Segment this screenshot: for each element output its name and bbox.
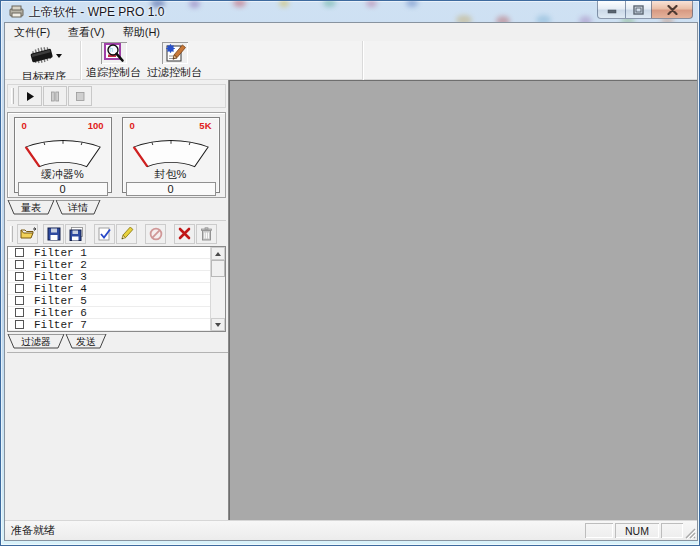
main-body: 0 100 缓冲器% [5,80,697,520]
main-toolbar: 目标程序 h 追踪控制台 [5,41,697,80]
svg-text:发送: 发送 [76,336,96,347]
toolbar-separator [80,41,81,80]
status-message: 准备就绪 [11,523,585,538]
filter-row[interactable]: Filter 3 [8,271,210,283]
filter-row-label: Filter 5 [34,295,87,307]
maximize-button[interactable] [625,1,652,19]
gauge-dial [17,131,109,169]
filter-row-label: Filter 6 [34,307,87,319]
check-document-icon [97,227,112,241]
pause-icon [50,91,60,102]
close-button[interactable] [651,1,693,19]
menu-item-view[interactable]: 查看(V) [59,23,114,42]
evaluate-filter-button[interactable] [94,224,115,244]
trash-icon [200,227,213,241]
filter-row[interactable]: Filter 2 [8,259,210,271]
minimize-button[interactable] [597,1,626,19]
app-icon [9,5,24,18]
tab-filters[interactable]: 过滤器 [8,334,64,348]
chip-icon [26,42,62,68]
menu-item-file[interactable]: 文件(F) [5,23,59,42]
open-folder-icon [20,227,36,240]
title-bar[interactable]: 上帝软件 - WPE PRO 1.0 [1,1,699,22]
red-x-icon [178,227,191,240]
menu-item-help[interactable]: 帮助(H) [114,23,169,42]
status-cell-empty [585,523,613,538]
dropdown-arrow-icon [56,54,62,58]
save-filter-button[interactable] [43,224,64,244]
target-program-button[interactable]: 目标程序 [11,42,77,79]
status-bar: 准备就绪 NUM [5,520,697,540]
status-cell-num: NUM [615,523,659,538]
play-icon [25,91,35,102]
stop-button[interactable] [68,86,92,106]
gauge-max-label: 5K [199,120,211,131]
filter-checkbox[interactable] [15,320,24,329]
open-filter-button[interactable] [17,224,38,244]
tab-gauges[interactable]: 量表 [8,200,54,214]
restore-icon [633,5,644,15]
tab-details[interactable]: 详情 [56,200,100,214]
toolbar-band-separator [362,41,363,80]
edit-filter-button[interactable] [116,224,137,244]
app-window: 上帝软件 - WPE PRO 1.0 文件(F [0,0,700,546]
save-all-icon [69,227,83,241]
scroll-up-button[interactable] [211,247,225,260]
toolbar-gripper[interactable] [10,226,13,242]
pause-button[interactable] [43,86,67,106]
save-as-filter-button[interactable] [65,224,86,244]
gauge-label: 封包% [123,169,219,181]
gauge-value: 0 [18,182,108,196]
block-icon [149,227,163,241]
filter-console-icon [164,42,186,64]
delete-filter-button[interactable] [174,224,195,244]
scroll-up-icon [215,252,221,256]
mdi-workspace [229,80,697,520]
disable-filter-button[interactable] [145,224,166,244]
window-content: 文件(F) 查看(V) 帮助(H) [4,22,698,541]
play-button[interactable] [18,86,42,106]
clear-filters-button[interactable] [196,224,217,244]
menu-bar: 文件(F) 查看(V) 帮助(H) [5,23,697,41]
filter-row[interactable]: Filter 7 [8,319,210,331]
trace-console-icon: h [103,42,125,64]
filter-console-label: 过滤控制台 [147,65,202,80]
scrollbar-thumb[interactable] [211,260,225,277]
svg-text:过滤器: 过滤器 [21,336,51,347]
panel-empty-area [7,352,228,520]
filter-checkbox[interactable] [15,296,24,305]
trace-console-label: 追踪控制台 [86,65,141,80]
stop-icon [75,91,85,102]
filter-checkbox[interactable] [15,260,24,269]
window-title: 上帝软件 - WPE PRO 1.0 [29,4,164,21]
filter-row[interactable]: Filter 5 [8,295,210,307]
gauge-tabs: 量表 详情 [7,200,127,217]
scroll-down-button[interactable] [211,318,225,331]
filter-console-panel: 0 100 缓冲器% [5,80,229,520]
gauge-max-label: 100 [88,120,104,131]
filter-checkbox[interactable] [15,248,24,257]
gauge-panel: 0 100 缓冲器% [7,112,226,198]
filter-row-label: Filter 3 [34,271,87,283]
packet-gauge: 0 5K 封包% [122,117,220,193]
filter-row-label: Filter 4 [34,283,87,295]
resize-grip[interactable] [683,526,696,539]
filter-console-button[interactable]: 过滤控制台 [145,42,204,79]
filter-row[interactable]: Filter 4 [8,283,210,295]
tab-send[interactable]: 发送 [66,334,106,348]
gauge-min-label: 0 [22,120,27,131]
filter-row-label: Filter 2 [34,259,87,271]
filter-list: Filter 1 Filter 2 Filter 3 Filter 4 [7,246,226,332]
filter-row[interactable]: Filter 6 [8,307,210,319]
filter-checkbox[interactable] [15,308,24,317]
filter-checkbox[interactable] [15,284,24,293]
filter-checkbox[interactable] [15,272,24,281]
gauge-min-label: 0 [130,120,135,131]
toolbar-gripper[interactable] [11,88,14,104]
filter-row[interactable]: Filter 1 [8,247,210,259]
gauge-label: 缓冲器% [15,169,111,181]
svg-text:量表: 量表 [21,202,41,213]
playback-toolbar [7,84,226,108]
filter-list-scrollbar[interactable] [210,247,225,331]
trace-console-button[interactable]: h 追踪控制台 [84,42,143,79]
